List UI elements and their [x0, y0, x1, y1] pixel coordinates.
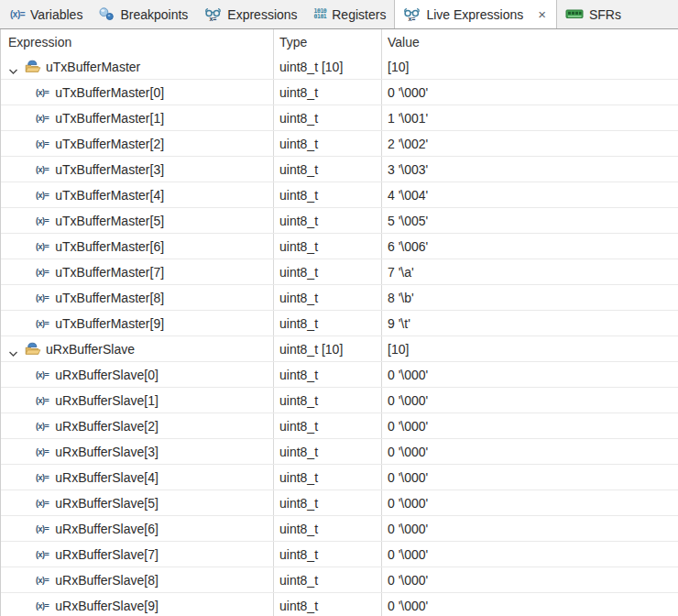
- variable-icon: (x)=: [36, 139, 49, 148]
- close-icon[interactable]: ×: [536, 7, 548, 21]
- tab-variables[interactable]: (x)=Variables: [2, 0, 91, 28]
- table-header: Expression Type Value: [1, 29, 678, 54]
- type-cell: uint8_t: [274, 439, 382, 464]
- column-header-value[interactable]: Value: [382, 29, 678, 54]
- table-row[interactable]: (x)=uTxBufferMaster[5]uint8_t5 '\005': [1, 208, 678, 234]
- table-row[interactable]: (x)=uTxBufferMaster[3]uint8_t3 '\003': [1, 157, 678, 182]
- variable-icon: (x)=: [36, 422, 49, 431]
- expression-cell: uTxBufferMaster: [1, 54, 274, 79]
- table-row[interactable]: (x)=uRxBufferSlave[2]uint8_t0 '\000': [1, 413, 678, 439]
- expression-label: uTxBufferMaster[7]: [55, 265, 164, 280]
- expression-label: uRxBufferSlave[5]: [55, 496, 159, 511]
- table-row[interactable]: (x)=uRxBufferSlave[8]uint8_t0 '\000': [1, 567, 678, 593]
- type-cell: uint8_t: [274, 234, 382, 258]
- expression-label: uTxBufferMaster[0]: [55, 85, 164, 100]
- table-row[interactable]: uRxBufferSlaveuint8_t [10][10]: [1, 336, 678, 362]
- expression-label: uTxBufferMaster[2]: [55, 137, 164, 151]
- variable-icon: (x)=: [36, 601, 49, 610]
- table-row[interactable]: (x)=uTxBufferMaster[8]uint8_t8 '\b': [1, 285, 678, 311]
- tab-expressions[interactable]: x=Expressions: [196, 0, 305, 28]
- expression-label: uTxBufferMaster[5]: [55, 214, 164, 228]
- column-header-expression[interactable]: Expression: [1, 29, 274, 54]
- table-row[interactable]: (x)=uRxBufferSlave[0]uint8_t0 '\000': [1, 362, 678, 388]
- expression-cell: (x)=uRxBufferSlave[8]: [1, 567, 274, 592]
- value-cell: [10]: [382, 336, 678, 361]
- table-row[interactable]: (x)=uTxBufferMaster[7]uint8_t7 '\a': [1, 259, 678, 285]
- table-row[interactable]: (x)=uTxBufferMaster[2]uint8_t2 '\002': [1, 131, 678, 157]
- expression-label: uRxBufferSlave[9]: [55, 599, 159, 613]
- variable-icon: (x)=: [36, 114, 49, 123]
- value-cell: 0 '\000': [382, 593, 678, 616]
- expression-label: uTxBufferMaster[1]: [55, 111, 164, 126]
- tab-label: Expressions: [227, 7, 297, 22]
- value-cell: 0 '\000': [382, 413, 678, 438]
- value-cell: 9 '\t': [382, 311, 678, 336]
- value-cell: 0 '\000': [382, 490, 678, 515]
- expression-cell: (x)=uTxBufferMaster[7]: [1, 259, 274, 284]
- variable-icon: (x)=: [36, 88, 49, 97]
- value-cell: 3 '\003': [382, 157, 678, 182]
- type-cell: uint8_t: [274, 285, 382, 310]
- type-cell: uint8_t: [274, 157, 382, 182]
- type-cell: uint8_t: [274, 490, 382, 515]
- variable-icon: (x)=: [36, 293, 49, 302]
- expression-label: uTxBufferMaster[3]: [55, 162, 164, 177]
- table-row[interactable]: (x)=uRxBufferSlave[4]uint8_t0 '\000': [1, 465, 678, 490]
- chevron-down-icon[interactable]: [8, 346, 18, 353]
- table-row[interactable]: (x)=uTxBufferMaster[1]uint8_t1 '\001': [1, 105, 678, 131]
- expressions-icon: x=: [204, 7, 222, 22]
- type-cell: uint8_t: [274, 567, 382, 592]
- expression-cell: (x)=uRxBufferSlave[6]: [1, 516, 274, 541]
- value-cell: 7 '\a': [382, 259, 678, 284]
- type-cell: uint8_t: [274, 259, 382, 284]
- table-row[interactable]: (x)=uRxBufferSlave[1]uint8_t0 '\000': [1, 388, 678, 413]
- table-row[interactable]: (x)=uRxBufferSlave[9]uint8_t0 '\000': [1, 593, 678, 616]
- type-cell: uint8_t: [274, 542, 382, 566]
- tab-live-expressions[interactable]: x=Live Expressions×: [394, 0, 557, 28]
- table-row[interactable]: (x)=uRxBufferSlave[7]uint8_t0 '\000': [1, 542, 678, 567]
- expression-label: uRxBufferSlave[0]: [55, 368, 159, 382]
- type-cell: uint8_t: [274, 208, 382, 233]
- type-cell: uint8_t: [274, 131, 382, 156]
- expression-cell: (x)=uTxBufferMaster[8]: [1, 285, 274, 310]
- tab-sfrs[interactable]: SFRs: [557, 0, 629, 28]
- variable-icon: (x)=: [36, 524, 49, 534]
- table-row[interactable]: (x)=uTxBufferMaster[6]uint8_t6 '\006': [1, 234, 678, 259]
- variable-icon: (x)=: [36, 216, 49, 226]
- tab-registers[interactable]: 10100101Registers: [306, 0, 395, 28]
- variables-icon: (x)=: [10, 9, 25, 19]
- type-cell: uint8_t: [274, 105, 382, 130]
- sfrs-icon: [565, 8, 584, 20]
- chevron-down-icon[interactable]: [8, 63, 18, 71]
- variable-icon: (x)=: [36, 165, 49, 174]
- type-cell: uint8_t: [274, 80, 382, 104]
- variable-icon: (x)=: [36, 447, 49, 456]
- expression-cell: (x)=uRxBufferSlave[4]: [1, 465, 274, 490]
- table-row[interactable]: (x)=uTxBufferMaster[4]uint8_t4 '\004': [1, 182, 678, 208]
- table-row[interactable]: (x)=uRxBufferSlave[5]uint8_t0 '\000': [1, 490, 678, 516]
- expression-cell: (x)=uRxBufferSlave[1]: [1, 388, 274, 412]
- type-cell: uint8_t: [274, 516, 382, 541]
- value-cell: 0 '\000': [382, 516, 678, 541]
- type-cell: uint8_t: [274, 413, 382, 438]
- column-header-type[interactable]: Type: [274, 29, 382, 54]
- value-cell: 2 '\002': [382, 131, 678, 156]
- live-expressions-icon: x=: [403, 7, 421, 22]
- expression-label: uRxBufferSlave[8]: [55, 573, 159, 588]
- tab-label: Registers: [332, 7, 386, 22]
- expression-cell: (x)=uTxBufferMaster[6]: [1, 234, 274, 258]
- tab-breakpoints[interactable]: Breakpoints: [91, 0, 196, 28]
- table-row[interactable]: (x)=uTxBufferMaster[9]uint8_t9 '\t': [1, 311, 678, 336]
- expression-label: uTxBufferMaster[6]: [55, 239, 164, 254]
- table-row[interactable]: (x)=uRxBufferSlave[3]uint8_t0 '\000': [1, 439, 678, 465]
- type-cell: uint8_t: [274, 465, 382, 490]
- table-row[interactable]: (x)=uRxBufferSlave[6]uint8_t0 '\000': [1, 516, 678, 542]
- expression-label: uRxBufferSlave[4]: [55, 470, 159, 485]
- value-cell: 5 '\005': [382, 208, 678, 233]
- tab-label: Variables: [30, 7, 82, 22]
- table-row[interactable]: (x)=uTxBufferMaster[0]uint8_t0 '\000': [1, 80, 678, 105]
- table-row[interactable]: uTxBufferMasteruint8_t [10][10]: [1, 54, 678, 80]
- value-cell: 0 '\000': [382, 80, 678, 104]
- type-cell: uint8_t: [274, 362, 382, 387]
- expression-cell: (x)=uRxBufferSlave[9]: [1, 593, 274, 616]
